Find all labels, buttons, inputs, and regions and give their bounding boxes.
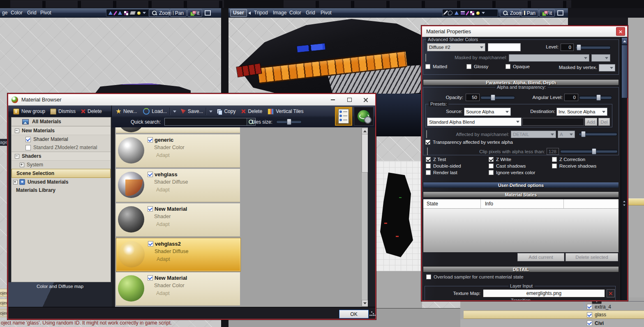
- add-current-button[interactable]: Add current: [517, 253, 564, 261]
- fit-button[interactable]: Fit: [187, 9, 202, 17]
- list-scrollbar[interactable]: [361, 127, 368, 307]
- chevron-down-icon[interactable]: [482, 12, 485, 14]
- pan-button[interactable]: Pan: [521, 9, 538, 17]
- lightbar-model[interactable]: [234, 19, 423, 97]
- tree-item-glass[interactable]: glass: [464, 311, 644, 319]
- expand-plus-icon[interactable]: [20, 163, 24, 167]
- shader-color-channel-select[interactable]: Diffuse #2: [427, 43, 485, 51]
- del-preset-button[interactable]: Del: [598, 118, 610, 126]
- matted-flag[interactable]: Matted: [425, 64, 447, 69]
- color-swatch[interactable]: [488, 43, 521, 51]
- checkbox[interactable]: [25, 137, 31, 142]
- angular-level-value[interactable]: 0: [564, 94, 578, 101]
- opacity-slider[interactable]: [480, 94, 515, 100]
- scroll-thumb[interactable]: [362, 134, 368, 173]
- wedge-icon[interactable]: [455, 11, 459, 15]
- pan-button[interactable]: Pan: [170, 9, 187, 17]
- ignore-vertex-color-flag[interactable]: Ignore vertex color: [489, 170, 535, 175]
- close-button[interactable]: [616, 27, 625, 36]
- collapse-left-icon[interactable]: [248, 12, 251, 15]
- destination-select[interactable]: Inv. Source Alpha: [556, 108, 607, 116]
- ok-button[interactable]: OK: [339, 310, 369, 318]
- load-dropdown-icon[interactable]: [173, 111, 176, 113]
- properties-scrollbar[interactable]: [621, 37, 627, 300]
- preset-name-input[interactable]: [522, 118, 584, 126]
- vertical-tiles-button[interactable]: Vertical Tiles: [268, 108, 303, 115]
- checkbox[interactable]: [587, 320, 592, 326]
- delete-material-button[interactable]: Delete: [241, 108, 262, 114]
- vertex-alpha-flag[interactable]: Transparency affected by vertex alpha: [425, 140, 513, 145]
- col-info[interactable]: Info: [481, 199, 564, 208]
- tree-item-unused-materials[interactable]: Unused Materials: [12, 178, 111, 186]
- bulb-icon[interactable]: [476, 12, 480, 15]
- copy-button[interactable]: Copy: [217, 108, 235, 114]
- scroll-up-button[interactable]: [362, 128, 368, 134]
- save-button[interactable]: Save...: [181, 108, 203, 114]
- resize-grip[interactable]: [371, 311, 372, 313]
- menu-item-grid[interactable]: Grid: [27, 8, 37, 18]
- checker-icon[interactable]: [124, 11, 128, 15]
- viewport-maximize-icon[interactable]: [557, 10, 563, 16]
- wedge-icon[interactable]: [118, 11, 122, 15]
- delete-selected-button[interactable]: Delete selected: [566, 253, 618, 261]
- tree-item-standard-zm2[interactable]: Standard ZModeler2 material: [12, 143, 111, 152]
- masked-vertex-select[interactable]: [599, 64, 615, 71]
- collapse-minus-icon[interactable]: [15, 129, 19, 133]
- library-globe-button[interactable]: [354, 107, 374, 126]
- level-slider[interactable]: [575, 44, 611, 50]
- clip-checkbox[interactable]: [427, 147, 428, 155]
- angular-level-slider[interactable]: [579, 94, 612, 100]
- collapse-minus-icon[interactable]: [15, 154, 19, 159]
- zoom-button[interactable]: Zoom: [500, 9, 520, 17]
- tree-item-new-materials[interactable]: New Materials: [12, 126, 111, 135]
- add-preset-button[interactable]: Add: [585, 118, 597, 126]
- load-button[interactable]: Load...: [143, 108, 167, 115]
- opacity-value[interactable]: 50: [466, 94, 480, 101]
- menu-item[interactable]: ge: [2, 8, 7, 18]
- eraser-icon[interactable]: [130, 11, 136, 15]
- save-dropdown-icon[interactable]: [209, 111, 212, 113]
- slash-icon[interactable]: [466, 11, 469, 16]
- tree-item-shaders[interactable]: Shaders: [12, 152, 111, 161]
- bulb-icon[interactable]: [137, 12, 141, 15]
- overload-sampler-flag[interactable]: Overload sampler for current material st…: [426, 274, 524, 279]
- scroll-mid-handle[interactable]: [622, 200, 626, 205]
- double-sided-flag[interactable]: Double-sided: [426, 164, 461, 168]
- detail-header[interactable]: DETAIL: [423, 266, 619, 272]
- menu-item-tripod[interactable]: Tripod: [254, 8, 268, 18]
- menu-item-pivot[interactable]: Pivot: [321, 8, 332, 18]
- affected-map-checkbox[interactable]: [426, 130, 427, 138]
- maximize-button[interactable]: [344, 96, 355, 104]
- checkbox[interactable]: [587, 304, 592, 309]
- tree-item-extra4[interactable]: extra_4: [460, 303, 644, 311]
- menu-item-color[interactable]: Color: [289, 8, 301, 18]
- glossy-flag[interactable]: Glossy: [466, 64, 488, 69]
- checkbox[interactable]: [148, 275, 153, 281]
- checkbox[interactable]: [148, 137, 153, 143]
- checkbox[interactable]: [587, 312, 592, 318]
- tiles-size-slider[interactable]: [276, 119, 302, 124]
- viewport-paint-tray[interactable]: [442, 9, 498, 17]
- menu-item-grid[interactable]: Grid: [306, 8, 315, 18]
- clip-value[interactable]: 128: [547, 148, 559, 155]
- material-tile-vehglass2[interactable]: vehglass2 Shader Diffuse Adapt: [116, 238, 241, 272]
- receive-shadows-flag[interactable]: Receive shadows: [552, 164, 596, 168]
- blend-preset-select[interactable]: Standard Alpha Blend: [427, 117, 522, 126]
- checkbox[interactable]: [25, 145, 31, 150]
- tree-item-civi[interactable]: Civi: [460, 319, 644, 327]
- z-test-flag[interactable]: Z Test: [426, 157, 446, 162]
- menu-item-image[interactable]: Image: [273, 8, 286, 18]
- material-properties-titlebar[interactable]: Material Properties: [422, 26, 627, 37]
- material-tile-new2[interactable]: New Material Shader Color Adapt: [116, 272, 240, 306]
- affected-level-slider[interactable]: [579, 131, 617, 136]
- tree-item-shader-material[interactable]: Shader Material: [12, 135, 111, 143]
- film-icon[interactable]: [461, 11, 465, 15]
- tree-item-all-materials[interactable]: All Materials: [12, 117, 111, 126]
- checkbox[interactable]: [148, 206, 153, 212]
- masked-map-checkbox[interactable]: [425, 54, 426, 62]
- checker-icon[interactable]: [470, 11, 474, 15]
- lasso-icon[interactable]: [448, 11, 452, 15]
- affected-channel-select[interactable]: A: [558, 131, 575, 138]
- delete-group-button[interactable]: Delete: [81, 108, 102, 114]
- clip-slider[interactable]: [560, 148, 618, 154]
